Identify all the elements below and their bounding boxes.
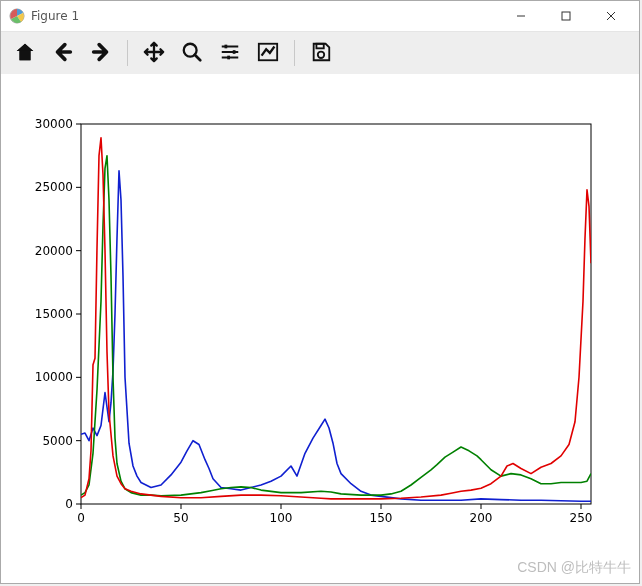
toolbar-separator xyxy=(294,40,295,66)
svg-text:15000: 15000 xyxy=(35,307,73,321)
svg-text:10000: 10000 xyxy=(35,370,73,384)
plot-area[interactable]: 0501001502002500500010000150002000025000… xyxy=(1,74,639,583)
figure-window: Figure 1 xyxy=(0,0,640,584)
home-icon xyxy=(14,41,36,66)
back-button[interactable] xyxy=(45,35,81,71)
window-title: Figure 1 xyxy=(31,9,79,23)
zoom-button[interactable] xyxy=(174,35,210,71)
svg-rect-5 xyxy=(233,50,236,54)
toolbar xyxy=(1,32,639,74)
chart-line-icon xyxy=(257,41,279,66)
svg-rect-8 xyxy=(316,43,323,48)
move-icon xyxy=(143,41,165,66)
arrow-left-icon xyxy=(52,41,74,66)
svg-rect-6 xyxy=(227,55,230,59)
magnifier-icon xyxy=(181,41,203,66)
save-button[interactable] xyxy=(303,35,339,71)
sliders-icon xyxy=(219,41,241,66)
svg-text:250: 250 xyxy=(570,511,593,525)
svg-text:50: 50 xyxy=(173,511,188,525)
svg-text:200: 200 xyxy=(470,511,493,525)
svg-text:0: 0 xyxy=(65,497,73,511)
svg-point-9 xyxy=(318,51,324,57)
chart: 0501001502002500500010000150002000025000… xyxy=(1,74,641,584)
home-button[interactable] xyxy=(7,35,43,71)
svg-text:30000: 30000 xyxy=(35,117,73,131)
pan-button[interactable] xyxy=(136,35,172,71)
edit-axis-button[interactable] xyxy=(250,35,286,71)
svg-rect-2 xyxy=(20,50,31,60)
svg-text:150: 150 xyxy=(370,511,393,525)
minimize-button[interactable] xyxy=(498,2,543,30)
svg-rect-4 xyxy=(225,44,228,48)
svg-rect-10 xyxy=(81,124,591,504)
arrow-right-icon xyxy=(90,41,112,66)
svg-text:0: 0 xyxy=(77,511,85,525)
subplots-button[interactable] xyxy=(212,35,248,71)
svg-text:5000: 5000 xyxy=(42,434,73,448)
toolbar-separator xyxy=(127,40,128,66)
svg-text:20000: 20000 xyxy=(35,244,73,258)
titlebar: Figure 1 xyxy=(1,1,639,32)
close-button[interactable] xyxy=(588,2,633,30)
svg-text:25000: 25000 xyxy=(35,180,73,194)
maximize-button[interactable] xyxy=(543,2,588,30)
matplotlib-icon xyxy=(9,8,25,24)
floppy-icon xyxy=(310,41,332,66)
svg-rect-1 xyxy=(562,12,570,20)
svg-text:100: 100 xyxy=(270,511,293,525)
forward-button[interactable] xyxy=(83,35,119,71)
